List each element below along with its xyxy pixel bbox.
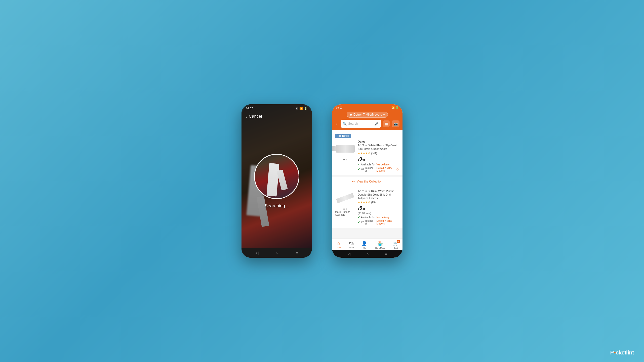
home-icon: ⌂ <box>337 241 340 246</box>
search-viewfinder <box>254 154 299 199</box>
home-label: Home <box>336 247 341 249</box>
right-home-btn[interactable]: ○ <box>367 252 369 256</box>
cart-wrapper: 🛒 30 <box>393 241 399 246</box>
product-card-2: More Options Available 1-1/2 in. x 16 in… <box>332 186 403 228</box>
barcode-icon[interactable]: ▦ <box>383 120 390 127</box>
top-rated-badge: Top Rated <box>335 134 351 138</box>
product-row-1: Oatey 1-1/2 in. White Plastic Slip-Joint… <box>335 140 399 172</box>
watermark-dot: • <box>614 349 616 356</box>
nav-me[interactable]: 👤 Me <box>361 241 367 249</box>
left-phone: 09:07 ⊡ 📶 🔋 ‹ Cancel Searching... ◁ ○ ≡ <box>242 104 312 258</box>
voice-icon[interactable]: 🎤 <box>374 121 379 126</box>
pocketlint-watermark: P•cketlint <box>610 349 634 356</box>
stock-check-icon-1: ✔ <box>358 168 360 171</box>
nav-cart[interactable]: 🛒 30 Cart <box>393 241 399 249</box>
price-cents-1: 98 <box>363 158 366 161</box>
delivery-text-1: Available for <box>361 163 375 166</box>
product-image-area-1[interactable] <box>335 140 355 172</box>
in-stock-text-1: in stock at <box>365 167 375 172</box>
product-card-1: Top Rated Oatey 1-1/2 in. White Plast <box>332 130 403 175</box>
product-brand-1: Oatey <box>358 140 399 143</box>
back-icon[interactable]: ‹ <box>246 113 247 119</box>
left-status-bar: 09:07 ⊡ 📶 🔋 <box>242 104 312 111</box>
price-unit-text-2: ($5.88 /unit) <box>358 212 371 215</box>
free-delivery-link-1[interactable]: free delivery <box>376 163 389 166</box>
cart-badge: 30 <box>397 240 400 243</box>
review-count-1: (441) <box>371 152 377 155</box>
product-row-2: More Options Available 1-1/2 in. x 16 in… <box>335 189 399 225</box>
collection-label[interactable]: View the Collection <box>357 180 382 183</box>
right-phone: 09:07 📶 🔋 Detroit 7 Mile/Meyers ▾ ‹ 🔍 <box>332 104 403 258</box>
price-cents-2: 88 <box>363 207 366 210</box>
location-dot-icon <box>350 114 352 116</box>
product-image-area-2[interactable]: More Options Available <box>335 189 355 225</box>
right-back-btn[interactable]: ◁ <box>348 252 350 256</box>
stock-text-2: 72 <box>361 221 364 224</box>
me-label: Me <box>363 247 366 249</box>
product-title-2: 1-1/2 in. x 16 in. White Plastic Double … <box>358 189 399 200</box>
right-status-time: 09:07 <box>336 106 342 109</box>
nav-store-mode[interactable]: 🏪 Store Mode <box>375 241 385 249</box>
right-status-bar: 09:07 📶 🔋 <box>332 104 403 110</box>
nav-shop[interactable]: 🛍 Shop <box>349 241 354 249</box>
search-box[interactable]: 🔍 Search 🎤 <box>341 120 381 128</box>
product-image-1 <box>335 140 355 158</box>
stock-check-icon-2: ✔ <box>358 221 360 224</box>
delivery-row-1: ✔ Available for free delivery <box>358 163 399 166</box>
right-recents-btn[interactable]: ≡ <box>385 252 387 256</box>
price-row-2: $ 5 88 <box>358 205 399 211</box>
stock-row-1: ✔ 76 in stock at Detroit 7 Mile/ Meyers <box>358 167 399 172</box>
cart-label: Cart <box>394 247 398 249</box>
search-bar-row: ‹ 🔍 Search 🎤 ▦ 📷 <box>335 120 399 128</box>
searching-label: Searching... <box>265 203 289 209</box>
stars-row-1: ★★★★½ (441) <box>358 152 399 155</box>
check-icon-2: ✔ <box>358 216 360 219</box>
delivery-text-2: Available for <box>361 216 375 219</box>
right-status-icons: 📶 🔋 <box>392 106 398 109</box>
delivery-row-2: ✔ Available for free delivery <box>358 216 399 219</box>
shop-icon: 🛍 <box>349 241 354 246</box>
search-input[interactable]: Search <box>348 122 372 125</box>
more-options-label: More Options Available <box>335 211 355 216</box>
android-back-btn[interactable]: ◁ <box>255 250 258 255</box>
free-delivery-link-2[interactable]: free delivery <box>376 216 389 219</box>
bottom-nav: ⌂ Home 🛍 Shop 👤 Me 🏪 Store Mode 🛒 30 C <box>332 239 403 250</box>
watermark-text: cketlint <box>616 349 634 356</box>
left-android-nav: ◁ ○ ≡ <box>242 248 312 258</box>
shop-label: Shop <box>349 247 354 249</box>
pipe-visual-1 <box>336 145 355 153</box>
price-unit-row-2: ($5.88 /unit) <box>358 212 399 215</box>
left-status-icons: ⊡ 📶 🔋 <box>296 107 307 110</box>
product-title-1: 1-1/2 in. White Plastic Slip-Joint Sink … <box>358 144 399 151</box>
cancel-button[interactable]: Cancel <box>249 114 262 119</box>
viewfinder-dots <box>274 198 279 199</box>
location-bar[interactable]: Detroit 7 Mile/Meyers ▾ <box>335 112 399 118</box>
collection-bar[interactable]: ▪▪ View the Collection <box>332 177 403 186</box>
wishlist-button-1[interactable]: ♡ <box>395 167 399 172</box>
android-home-btn[interactable]: ○ <box>276 250 278 255</box>
location-pill[interactable]: Detroit 7 Mile/Meyers ▾ <box>347 112 388 118</box>
camera-icon[interactable]: 📷 <box>392 120 399 127</box>
back-button[interactable]: ‹ <box>335 120 339 127</box>
dot-1 <box>274 198 276 199</box>
store-link-2[interactable]: Detroit 7 Mile/ Meyers <box>377 219 400 225</box>
products-list: Top Rated Oatey 1-1/2 in. White Plast <box>332 130 403 239</box>
android-recents-btn[interactable]: ≡ <box>296 250 298 255</box>
product-info-2: 1-1/2 in. x 16 in. White Plastic Double … <box>358 189 399 225</box>
price-main-2: 5 <box>359 205 362 211</box>
currency-symbol-1: $ <box>358 158 359 161</box>
price-row-1: $ 9 98 <box>358 156 399 162</box>
orange-header: Detroit 7 Mile/Meyers ▾ ‹ 🔍 Search 🎤 ▦ 📷 <box>332 110 403 130</box>
dot-2 <box>277 198 279 199</box>
image-carousel-dots-2 <box>343 208 347 210</box>
in-stock-text-2: in stock at <box>365 219 375 225</box>
me-icon: 👤 <box>361 241 367 246</box>
check-icon-1: ✔ <box>358 163 360 166</box>
stars-icon-2: ★★★★½ <box>358 201 370 204</box>
nav-home[interactable]: ⌂ Home <box>336 241 341 249</box>
search-icon: 🔍 <box>343 122 347 126</box>
stock-text-1: 76 <box>361 168 364 171</box>
right-android-nav: ◁ ○ ≡ <box>332 250 403 258</box>
store-mode-label: Store Mode <box>375 247 385 249</box>
cancel-bar[interactable]: ‹ Cancel <box>242 111 312 121</box>
